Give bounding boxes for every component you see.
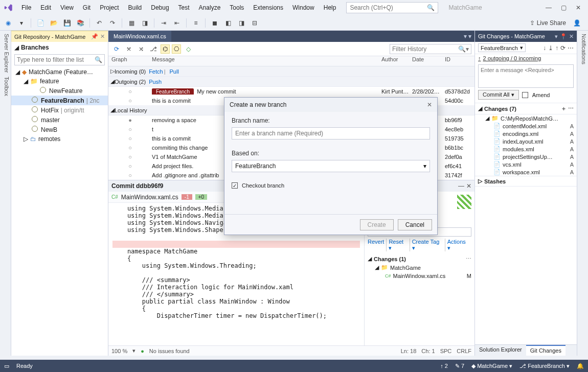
refresh-icon[interactable]: ⟳ xyxy=(111,44,122,54)
menu-project[interactable]: Project xyxy=(96,2,123,13)
minimize-pane-icon[interactable]: — xyxy=(458,182,464,190)
panel-tab-git-repo[interactable]: Git Repository - MatchGame 📌 ✕ xyxy=(11,31,108,42)
menu-tools[interactable]: Tools xyxy=(225,2,248,13)
tool-icon-2[interactable]: ◨ xyxy=(140,18,150,28)
toggle-2[interactable]: ⎔ xyxy=(172,44,181,54)
menu-build[interactable]: Build xyxy=(124,2,146,13)
incoming-section[interactable]: ▷ Incoming (0) Fetch | Pull xyxy=(108,66,474,77)
minimize-icon[interactable]: — xyxy=(546,4,552,11)
filter-history-input[interactable]: Filter History 🔍▾ xyxy=(390,44,471,54)
menu-test[interactable]: Test xyxy=(174,2,194,13)
graph-icon-1[interactable]: ⤧ xyxy=(124,44,134,54)
changes-header[interactable]: ◢ Changes (7) ＋ ⋯ xyxy=(475,103,577,114)
checkout-branch-checkbox[interactable]: ✓ Checkout branch xyxy=(232,182,430,189)
changed-file[interactable]: 📄vcs.xmlA xyxy=(475,160,577,168)
changed-file[interactable]: 📄workspace.xmlA xyxy=(475,168,577,176)
pin-icon[interactable]: 📌 xyxy=(91,33,98,40)
more-icon[interactable]: ⋯ xyxy=(466,255,471,262)
nav-back-icon[interactable]: ◉ xyxy=(3,18,13,28)
incoming-count[interactable]: ✎ 7 xyxy=(455,363,464,369)
col-id[interactable]: ID xyxy=(445,56,474,66)
branch-newb[interactable]: NewB xyxy=(11,125,108,134)
sync-icon[interactable]: ⟳ xyxy=(560,44,566,52)
changes-folder[interactable]: ◢ 📁 C:\MyRepos\MatchG… xyxy=(475,114,577,122)
dialog-close-icon[interactable]: ✕ xyxy=(427,101,432,108)
save-icon[interactable]: 💾 xyxy=(62,18,72,28)
branch-hotfix[interactable]: HotFix | origin/tt xyxy=(11,105,108,115)
doc-tab-mainwindow[interactable]: MainWindow.xaml.cs xyxy=(108,31,171,42)
menu-window[interactable]: Window xyxy=(288,2,319,13)
changed-file-row[interactable]: C# MainWindow.xaml.cs M xyxy=(368,273,471,279)
icon-4[interactable]: ◇ xyxy=(183,44,193,54)
tab-git-changes[interactable]: Git Changes xyxy=(526,345,566,356)
menu-view[interactable]: View xyxy=(56,2,78,13)
col-graph[interactable]: Graph xyxy=(108,56,152,66)
col-author[interactable]: Author xyxy=(381,56,412,66)
outdent-icon[interactable]: ⇤ xyxy=(172,18,182,28)
project-node[interactable]: ◢ 📁 MatchGame xyxy=(368,264,471,271)
folder-node[interactable]: ◢ 📁 feature xyxy=(11,77,108,86)
rail-notifications[interactable]: Notifications xyxy=(578,34,587,64)
dropdown-icon[interactable]: ▾ xyxy=(555,33,558,40)
toggle-1[interactable]: ⌬ xyxy=(161,44,170,54)
more-icon[interactable]: ⋯ xyxy=(568,44,574,52)
menu-git[interactable]: Git xyxy=(79,2,95,13)
changed-file[interactable]: 📄encodings.xmlA xyxy=(475,130,577,137)
tab-solution-explorer[interactable]: Solution Explorer xyxy=(475,345,526,356)
outgoing-section[interactable]: ◢ Outgoing (2) Push xyxy=(108,77,474,87)
global-search-input[interactable]: Search (Ctrl+Q) 🔍 xyxy=(346,2,438,13)
dropdown-icon[interactable]: ▾ xyxy=(16,18,27,28)
sync-status-link[interactable]: ↑ 2 outgoing / 0 incoming xyxy=(475,54,577,62)
close-icon[interactable]: ✕ xyxy=(576,4,581,11)
tool-icon-1[interactable]: ▦ xyxy=(126,18,137,28)
pin-icon[interactable]: 📍 xyxy=(560,33,567,40)
live-share-button[interactable]: ⇪ Live Share 👤 xyxy=(530,19,585,27)
graph-icon-2[interactable]: ⤨ xyxy=(136,44,146,54)
close-panel-icon[interactable]: ✕ xyxy=(100,33,105,40)
branch-selector[interactable]: FeatureBranch ▾ xyxy=(478,43,526,52)
menu-file[interactable]: File xyxy=(17,2,35,13)
commit-row[interactable]: ○FeatureBranchMy new commitKirt Punt…2/2… xyxy=(108,87,474,96)
changed-file[interactable]: 📄modules.xmlA xyxy=(475,145,577,153)
zoom-level[interactable]: 100 % xyxy=(111,348,127,354)
repo-indicator[interactable]: ◆ MatchGame ▾ xyxy=(471,363,512,369)
notification-icon[interactable]: 🔔 xyxy=(577,363,584,369)
action-actions[interactable]: Actions ▾ xyxy=(447,239,471,251)
branch-indicator[interactable]: ⎇ FeatureBranch ▾ xyxy=(519,363,570,369)
menu-debug[interactable]: Debug xyxy=(147,2,173,13)
undo-icon[interactable]: ↶ xyxy=(94,18,104,28)
cancel-button[interactable]: Cancel xyxy=(398,219,432,230)
branch-name-input[interactable]: Enter a branch name (Required) xyxy=(232,127,430,140)
branch-featurebranch[interactable]: FeatureBranch | 2nc xyxy=(11,96,108,105)
bm-icon-4[interactable]: ⊟ xyxy=(250,18,260,28)
col-date[interactable]: Date xyxy=(412,56,445,66)
new-icon[interactable]: 📄 xyxy=(35,18,46,28)
menu-analyze[interactable]: Analyze xyxy=(195,2,225,13)
changed-file[interactable]: 📄indexLayout.xmlA xyxy=(475,137,577,145)
open-icon[interactable]: 📂 xyxy=(49,18,59,28)
graph-icon-3[interactable]: ⎇ xyxy=(148,44,159,54)
menu-edit[interactable]: Edit xyxy=(36,2,55,13)
bm-icon-2[interactable]: ◧ xyxy=(223,18,233,28)
bm-icon-3[interactable]: ◨ xyxy=(236,18,246,28)
close-icon[interactable]: ✕ xyxy=(569,33,574,40)
branch-newfeature[interactable]: NewFeature xyxy=(11,86,108,96)
pull-link[interactable]: Pull xyxy=(170,68,179,75)
action-revert[interactable]: Revert xyxy=(368,239,387,251)
stashes-header[interactable]: ▷ Stashes xyxy=(475,176,577,187)
action-create[interactable]: Create Tag ▾ xyxy=(412,239,445,251)
push-link[interactable]: Push xyxy=(149,79,162,85)
tab-overflow[interactable]: ▾ ▾ xyxy=(461,33,474,40)
close-pane-icon[interactable]: ✕ xyxy=(466,182,471,190)
indent-icon[interactable]: ⇥ xyxy=(159,18,169,28)
remotes-node[interactable]: ▷ 🗀 remotes xyxy=(11,134,108,144)
commit-all-button[interactable]: Commit All ▾ xyxy=(478,90,519,100)
pull-icon[interactable]: ⤓ xyxy=(548,44,553,52)
branch-filter-input[interactable]: Type here to filter the list 🔍 xyxy=(14,54,105,65)
menu-extensions[interactable]: Extensions xyxy=(249,2,287,13)
repo-node[interactable]: ◢ ◆ MatchGame (Feature… xyxy=(11,67,108,77)
fetch-link[interactable]: Fetch xyxy=(149,68,163,75)
save-all-icon[interactable]: 📚 xyxy=(75,18,85,28)
maximize-icon[interactable]: ▢ xyxy=(561,4,567,11)
git-changes-tab[interactable]: Git Changes - MatchGame ▾📍✕ xyxy=(475,31,577,42)
